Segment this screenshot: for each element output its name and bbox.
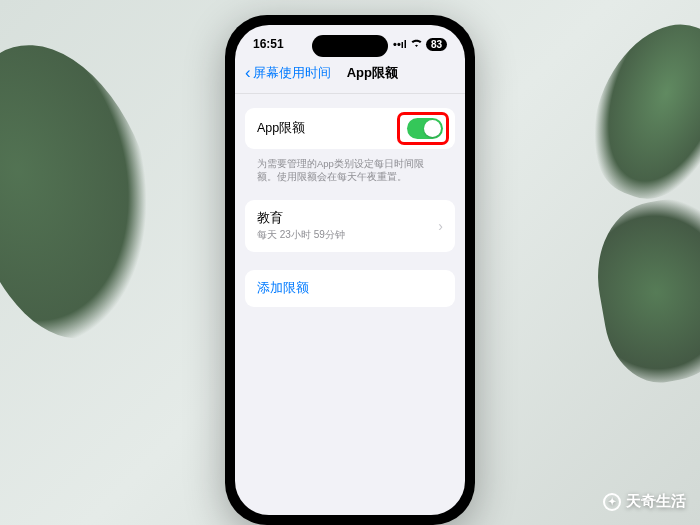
bg-leaf-right-top: [573, 5, 700, 215]
app-limit-footer: 为需要管理的App类别设定每日时间限额。使用限额会在每天午夜重置。: [245, 153, 455, 184]
page-title: App限额: [347, 64, 398, 82]
category-cell[interactable]: 教育 每天 23小时 59分钟 ›: [245, 200, 455, 252]
category-group: 教育 每天 23小时 59分钟 ›: [245, 200, 455, 252]
toggle-knob: [424, 120, 441, 137]
dynamic-island: [312, 35, 388, 57]
content-area: App限额 为需要管理的App类别设定每日时间限额。使用限额会在每天午夜重置。 …: [235, 94, 465, 339]
status-time: 16:51: [253, 37, 284, 51]
bg-leaf-right-mid: [585, 189, 700, 391]
status-right: ••ıl 83: [393, 38, 447, 51]
app-limit-toggle[interactable]: [407, 118, 443, 139]
wifi-icon: [410, 38, 423, 50]
watermark-icon: ✦: [603, 493, 621, 511]
phone-frame: 16:51 ••ıl 83 ‹ 屏幕使用时间 App限额 App限额: [225, 15, 475, 525]
bg-leaf-left: [0, 22, 186, 358]
app-limit-group: App限额: [245, 108, 455, 149]
add-limit-label: 添加限额: [257, 280, 309, 297]
back-button[interactable]: ‹ 屏幕使用时间: [245, 63, 331, 83]
signal-icon: ••ıl: [393, 38, 407, 50]
add-limit-group: 添加限额: [245, 270, 455, 307]
add-limit-button[interactable]: 添加限额: [245, 270, 455, 307]
phone-screen: 16:51 ••ıl 83 ‹ 屏幕使用时间 App限额 App限额: [235, 25, 465, 515]
watermark-text: 天奇生活: [626, 492, 686, 511]
chevron-left-icon: ‹: [245, 63, 251, 83]
category-label: 教育: [257, 210, 438, 227]
back-label: 屏幕使用时间: [253, 64, 331, 82]
app-limit-label: App限额: [257, 120, 305, 137]
battery-level: 83: [426, 38, 447, 51]
watermark: ✦ 天奇生活: [603, 492, 686, 511]
nav-bar: ‹ 屏幕使用时间 App限额: [235, 55, 465, 94]
category-detail: 每天 23小时 59分钟: [257, 228, 438, 242]
chevron-right-icon: ›: [438, 218, 443, 234]
app-limit-toggle-cell: App限额: [245, 108, 455, 149]
